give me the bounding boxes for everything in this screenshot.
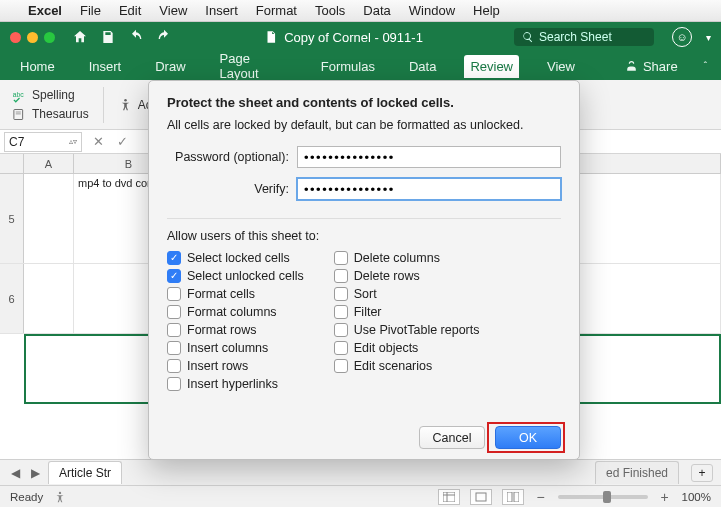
tab-data[interactable]: Data	[403, 55, 442, 78]
checkbox-icon[interactable]	[167, 323, 181, 337]
tab-review[interactable]: Review	[464, 55, 519, 78]
tab-view[interactable]: View	[541, 55, 581, 78]
perm-use-pivottable-reports[interactable]: Use PivotTable reports	[334, 323, 480, 337]
row-header-5[interactable]: 5	[0, 174, 24, 263]
thesaurus-button[interactable]: Thesaurus	[12, 107, 89, 122]
name-box[interactable]: C7 ▵▿	[4, 132, 82, 152]
home-icon[interactable]	[71, 28, 89, 46]
perm-label: Edit scenarios	[354, 359, 433, 373]
cancel-formula-icon[interactable]: ✕	[86, 134, 110, 149]
name-box-dropdown-icon[interactable]: ▵▿	[69, 137, 77, 146]
select-all-corner[interactable]	[0, 154, 24, 173]
perm-label: Select locked cells	[187, 251, 290, 265]
mac-menubar: Excel File Edit View Insert Format Tools…	[0, 0, 721, 22]
perm-sort[interactable]: Sort	[334, 287, 480, 301]
add-sheet-button[interactable]: +	[691, 464, 713, 482]
checkbox-icon[interactable]	[334, 251, 348, 265]
enter-formula-icon[interactable]: ✓	[110, 134, 134, 149]
menu-format[interactable]: Format	[256, 3, 297, 18]
dialog-subtitle: All cells are locked by default, but can…	[167, 118, 561, 132]
checkbox-icon[interactable]	[167, 341, 181, 355]
sheet-tab-inactive[interactable]: ed Finished	[595, 461, 679, 484]
perm-format-columns[interactable]: Format columns	[167, 305, 304, 319]
view-page-break-button[interactable]	[502, 489, 524, 505]
cancel-button[interactable]: Cancel	[419, 426, 485, 449]
sheet-tab-active[interactable]: Article Str	[48, 461, 122, 484]
redo-icon[interactable]	[155, 28, 173, 46]
checkbox-icon[interactable]	[334, 269, 348, 283]
document-icon	[264, 30, 278, 44]
tab-formulas[interactable]: Formulas	[315, 55, 381, 78]
perm-label: Insert columns	[187, 341, 268, 355]
close-window-button[interactable]	[10, 32, 21, 43]
dialog-title: Protect the sheet and contents of locked…	[167, 95, 561, 110]
checkbox-icon[interactable]	[334, 287, 348, 301]
perm-insert-rows[interactable]: Insert rows	[167, 359, 304, 373]
row-header-6[interactable]: 6	[0, 264, 24, 333]
checkbox-icon[interactable]	[167, 377, 181, 391]
ok-button[interactable]: OK	[495, 426, 561, 449]
perm-format-rows[interactable]: Format rows	[167, 323, 304, 337]
perm-insert-hyperlinks[interactable]: Insert hyperlinks	[167, 377, 304, 391]
spelling-icon: abc	[12, 88, 27, 103]
menu-insert[interactable]: Insert	[205, 3, 238, 18]
perm-select-locked-cells[interactable]: Select locked cells	[167, 251, 304, 265]
menu-help[interactable]: Help	[473, 3, 500, 18]
tab-insert[interactable]: Insert	[83, 55, 128, 78]
menu-file[interactable]: File	[80, 3, 101, 18]
menu-window[interactable]: Window	[409, 3, 455, 18]
svg-rect-9	[476, 493, 486, 501]
checkbox-icon[interactable]	[334, 323, 348, 337]
perm-label: Format columns	[187, 305, 277, 319]
search-sheet-input[interactable]: Search Sheet	[514, 28, 654, 46]
svg-point-4	[124, 99, 127, 102]
sheet-nav-prev-icon[interactable]: ◀	[8, 466, 22, 480]
menu-tools[interactable]: Tools	[315, 3, 345, 18]
zoom-in-button[interactable]: +	[658, 489, 672, 505]
perm-edit-objects[interactable]: Edit objects	[334, 341, 480, 355]
checkbox-icon[interactable]	[167, 359, 181, 373]
menu-data[interactable]: Data	[363, 3, 390, 18]
checkbox-icon[interactable]	[334, 341, 348, 355]
titlebar-caret-icon[interactable]: ▾	[706, 32, 711, 43]
perm-filter[interactable]: Filter	[334, 305, 480, 319]
menu-edit[interactable]: Edit	[119, 3, 141, 18]
view-page-layout-button[interactable]	[470, 489, 492, 505]
spelling-button[interactable]: abc Spelling	[12, 88, 89, 103]
feedback-icon[interactable]: ☺	[672, 27, 692, 47]
perm-delete-rows[interactable]: Delete rows	[334, 269, 480, 283]
svg-rect-6	[443, 492, 455, 502]
sheet-nav-next-icon[interactable]: ▶	[28, 466, 42, 480]
search-placeholder: Search Sheet	[539, 30, 612, 44]
undo-icon[interactable]	[127, 28, 145, 46]
perm-delete-columns[interactable]: Delete columns	[334, 251, 480, 265]
verify-input[interactable]	[297, 178, 561, 200]
app-menu[interactable]: Excel	[28, 3, 62, 18]
svg-rect-1	[14, 109, 23, 119]
save-icon[interactable]	[99, 28, 117, 46]
zoom-slider[interactable]	[558, 495, 648, 499]
perm-edit-scenarios[interactable]: Edit scenarios	[334, 359, 480, 373]
perm-select-unlocked-cells[interactable]: Select unlocked cells	[167, 269, 304, 283]
zoom-level[interactable]: 100%	[682, 491, 711, 503]
checkbox-icon[interactable]	[334, 305, 348, 319]
tab-home[interactable]: Home	[14, 55, 61, 78]
perm-format-cells[interactable]: Format cells	[167, 287, 304, 301]
zoom-out-button[interactable]: −	[534, 489, 548, 505]
share-button[interactable]: Share	[625, 59, 678, 74]
checkbox-icon[interactable]	[167, 305, 181, 319]
perm-insert-columns[interactable]: Insert columns	[167, 341, 304, 355]
view-normal-button[interactable]	[438, 489, 460, 505]
checkbox-icon[interactable]	[167, 251, 181, 265]
menu-view[interactable]: View	[159, 3, 187, 18]
minimize-window-button[interactable]	[27, 32, 38, 43]
sheet-tab-bar: ◀ ▶ Article Str ed Finished +	[0, 459, 721, 485]
ribbon-collapse-icon[interactable]: ˆ	[704, 61, 707, 72]
checkbox-icon[interactable]	[167, 269, 181, 283]
checkbox-icon[interactable]	[167, 287, 181, 301]
tab-draw[interactable]: Draw	[149, 55, 191, 78]
col-header-a[interactable]: A	[24, 154, 74, 173]
password-input[interactable]	[297, 146, 561, 168]
zoom-window-button[interactable]	[44, 32, 55, 43]
checkbox-icon[interactable]	[334, 359, 348, 373]
